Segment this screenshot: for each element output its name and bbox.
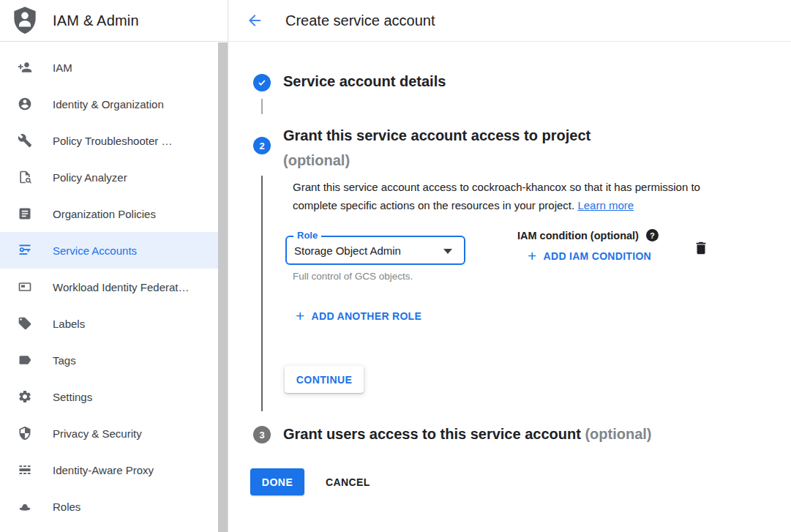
sidebar-item-label: Settings — [53, 391, 92, 403]
page-title: Create service account — [285, 12, 435, 29]
step2-description-text: Grant this service account access to coc… — [293, 181, 700, 211]
sidebar-item-label: IAM — [53, 61, 72, 74]
step3-optional-text: (optional) — [585, 426, 651, 442]
step3-title-text: Grant users access to this service accou… — [283, 426, 581, 442]
sidebar-item-label: Roles — [53, 501, 80, 513]
step1-title: Service account details — [283, 73, 446, 90]
add-iam-condition-label: ADD IAM CONDITION — [544, 250, 651, 262]
dropdown-caret-icon — [443, 249, 452, 254]
sidebar-item-labels[interactable]: Labels — [0, 305, 218, 342]
sidebar-item-privacy-security[interactable]: Privacy & Security — [0, 415, 218, 452]
sidebar-item-label: Organization Policies — [53, 208, 156, 220]
sidebar-item-settings[interactable]: Settings — [0, 378, 218, 415]
sidebar-item-policy-analyzer[interactable]: Policy Analyzer — [0, 159, 218, 195]
app-title: IAM & Admin — [53, 12, 139, 29]
person-add-icon — [18, 60, 32, 75]
policy-analyzer-icon — [18, 170, 32, 184]
cancel-button[interactable]: CANCEL — [326, 469, 370, 495]
hat-icon — [18, 499, 32, 514]
article-icon — [18, 206, 32, 221]
tag-icon — [18, 316, 32, 331]
service-account-key-icon — [18, 243, 32, 258]
iam-condition-label: IAM condition (optional) — [517, 230, 639, 241]
step2-number: 2 — [259, 141, 264, 151]
learn-more-link[interactable]: Learn more — [577, 199, 634, 211]
step2-description: Grant this service account access to coc… — [293, 178, 720, 214]
add-iam-condition-button[interactable]: + ADD IAM CONDITION — [528, 250, 651, 262]
sidebar-item-label: Workload Identity Federat… — [53, 281, 189, 293]
role-selected-value: Storage Object Admin — [294, 244, 401, 257]
iam-condition-header: IAM condition (optional) ? — [517, 229, 659, 241]
step3-number: 3 — [259, 430, 264, 441]
help-icon[interactable]: ? — [646, 229, 659, 241]
add-another-role-button[interactable]: + ADD ANOTHER ROLE — [296, 310, 421, 322]
delete-role-trash-icon[interactable] — [693, 239, 709, 257]
sidebar-item-label: Identity-Aware Proxy — [53, 464, 154, 476]
step2-title: Grant this service account access to pro… — [283, 123, 591, 173]
step2-number-badge: 2 — [253, 137, 271, 154]
card-icon — [18, 280, 32, 294]
continue-button[interactable]: CONTINUE — [285, 366, 364, 393]
page-header: Create service account — [228, 0, 791, 42]
step1-complete-check-icon — [253, 74, 271, 91]
iam-admin-shield-icon — [13, 7, 37, 34]
sidebar-item-label: Policy Troubleshooter … — [53, 135, 172, 147]
label-arrow-icon — [18, 353, 32, 367]
sidebar-item-label: Policy Analyzer — [53, 171, 127, 184]
sidebar-item-organization-policies[interactable]: Organization Policies — [0, 195, 218, 232]
sidebar-item-roles[interactable]: Roles — [0, 488, 218, 525]
plus-icon: + — [296, 310, 305, 322]
sidebar-item-label: Labels — [53, 318, 85, 330]
sidebar-item-identity-organization[interactable]: Identity & Organization — [0, 86, 218, 122]
sidebar-item-tags[interactable]: Tags — [0, 342, 218, 378]
sidebar-item-label: Service Accounts — [53, 244, 137, 257]
sidebar-item-iam[interactable]: IAM — [0, 49, 218, 86]
sidebar-nav: IAM Identity & Organization Policy Troub… — [0, 49, 218, 525]
account-circle-icon — [18, 97, 32, 111]
add-another-role-label: ADD ANOTHER ROLE — [312, 310, 422, 322]
sidebar-item-service-accounts[interactable]: Service Accounts — [0, 232, 218, 269]
wrench-icon — [18, 133, 32, 148]
done-button[interactable]: DONE — [250, 468, 304, 495]
sidebar-item-identity-aware-proxy[interactable]: Identity-Aware Proxy — [0, 452, 218, 488]
sidebar-item-label: Tags — [53, 354, 76, 367]
sidebar-item-label: Identity & Organization — [53, 98, 164, 110]
plus-icon: + — [528, 250, 537, 262]
sidebar: IAM & Admin IAM Identity & Organization … — [0, 0, 228, 532]
step-connector — [261, 99, 263, 114]
sidebar-item-policy-troubleshooter[interactable]: Policy Troubleshooter … — [0, 122, 218, 159]
sidebar-scrollbar[interactable] — [218, 42, 228, 532]
gear-icon — [18, 389, 32, 404]
back-arrow-icon[interactable] — [246, 12, 263, 29]
step3-number-badge: 3 — [253, 426, 271, 443]
role-field-label: Role — [293, 230, 321, 241]
sidebar-item-workload-identity-federation[interactable]: Workload Identity Federat… — [0, 269, 218, 305]
proxy-strip-icon — [18, 462, 32, 477]
step-connector — [261, 176, 263, 411]
step3-title: Grant users access to this service accou… — [283, 426, 652, 443]
step2-optional-text: (optional) — [283, 148, 591, 173]
sidebar-item-label: Privacy & Security — [53, 427, 142, 440]
step2-title-text: Grant this service account access to pro… — [283, 123, 591, 148]
role-select[interactable]: Role Storage Object Admin — [285, 236, 465, 265]
shield-half-icon — [18, 426, 32, 441]
sidebar-header: IAM & Admin — [0, 0, 228, 42]
role-helper-text: Full control of GCS objects. — [293, 271, 413, 282]
